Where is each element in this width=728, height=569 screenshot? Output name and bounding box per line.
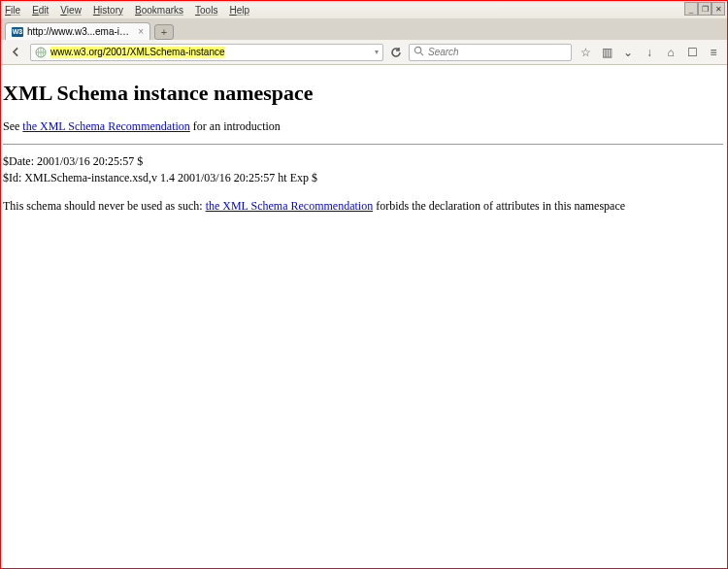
intro-prefix: See: [3, 119, 22, 133]
home-icon[interactable]: ⌂: [663, 45, 678, 60]
intro-suffix: for an introduction: [190, 119, 281, 133]
menu-icon[interactable]: ≡: [706, 45, 721, 60]
search-input[interactable]: [428, 47, 567, 57]
new-tab-button[interactable]: +: [154, 24, 174, 40]
date-line: $Date: 2001/03/16 20:25:57 $: [3, 154, 723, 169]
search-input-wrapper[interactable]: [409, 44, 572, 61]
tab-bar: W3 http://www.w3...ema-instance × +: [1, 18, 727, 40]
url-dropdown-icon[interactable]: ▾: [375, 48, 379, 56]
menu-bar: File Edit View History Bookmarks Tools H…: [1, 1, 727, 18]
menu-file[interactable]: File: [5, 5, 20, 16]
chat-icon[interactable]: ☐: [684, 45, 700, 60]
menu-tools[interactable]: Tools: [195, 5, 217, 16]
footer-paragraph: This schema should never be used as such…: [3, 199, 723, 214]
menu-view[interactable]: View: [60, 5, 82, 16]
url-highlighted-segment: www.w3.org/2001/XMLSchema-instance: [50, 47, 225, 57]
back-button[interactable]: [7, 44, 24, 61]
back-arrow-icon: [10, 46, 22, 58]
browser-tab[interactable]: W3 http://www.w3...ema-instance ×: [5, 22, 150, 40]
intro-link[interactable]: the XML Schema Recommendation: [22, 119, 190, 133]
tab-title: http://www.w3...ema-instance: [27, 26, 134, 37]
restore-button[interactable]: ❐: [698, 2, 711, 16]
url-input[interactable]: www.w3.org/2001/XMLSchema-instance ▾: [30, 44, 383, 61]
intro-paragraph: See the XML Schema Recommendation for an…: [3, 119, 723, 134]
globe-icon: [35, 47, 47, 58]
footer-link[interactable]: the XML Schema Recommendation: [206, 199, 374, 213]
footer-suffix: forbids the declaration of attributes in…: [373, 199, 625, 213]
address-toolbar: www.w3.org/2001/XMLSchema-instance ▾ ☆ ▥…: [1, 40, 727, 65]
page-content: XML Schema instance namespace See the XM…: [1, 65, 727, 568]
bookmark-star-icon[interactable]: ☆: [578, 45, 593, 60]
downloads-icon[interactable]: ↓: [642, 45, 657, 60]
close-window-button[interactable]: ✕: [711, 2, 725, 16]
reload-button[interactable]: [389, 46, 403, 59]
svg-line-2: [420, 52, 423, 55]
reader-icon[interactable]: ▥: [599, 45, 614, 60]
menu-help[interactable]: Help: [229, 5, 249, 16]
id-line: $Id: XMLSchema-instance.xsd,v 1.4 2001/0…: [3, 171, 723, 185]
minimize-button[interactable]: _: [684, 2, 698, 16]
url-text: www.w3.org/2001/XMLSchema-instance: [50, 47, 371, 57]
menu-edit[interactable]: Edit: [32, 5, 49, 16]
reload-icon: [390, 47, 402, 58]
divider: [3, 144, 723, 145]
window-controls: _ ❐ ✕: [684, 2, 725, 16]
svg-point-1: [414, 47, 420, 52]
favicon-icon: W3: [12, 27, 23, 37]
menu-history[interactable]: History: [93, 5, 123, 16]
close-tab-icon[interactable]: ×: [138, 26, 144, 37]
pocket-icon[interactable]: ⌄: [620, 45, 636, 60]
menu-bookmarks[interactable]: Bookmarks: [135, 5, 183, 16]
page-heading: XML Schema instance namespace: [3, 81, 723, 106]
footer-prefix: This schema should never be used as such…: [3, 199, 206, 213]
search-icon: [414, 46, 424, 58]
